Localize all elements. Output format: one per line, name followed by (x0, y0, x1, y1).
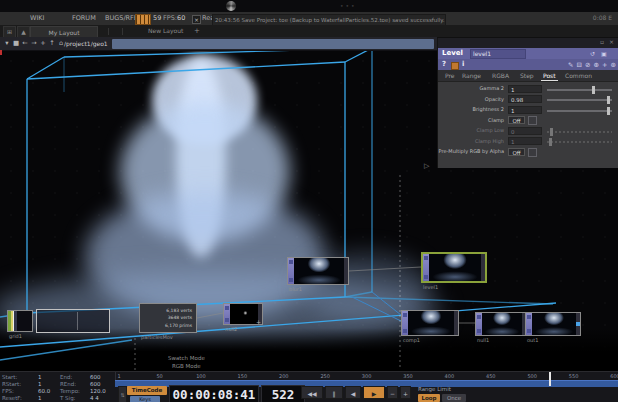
node-level1[interactable] (421, 252, 487, 283)
node-particlesMov[interactable]: 6,183 verts3648 verts6,170 prims (139, 303, 197, 333)
param-toggle[interactable]: Off (508, 116, 525, 124)
once-button[interactable]: Once (442, 394, 466, 402)
menu-item-wiki[interactable]: WIKI (30, 14, 45, 22)
expression-icon[interactable]: ✎ (568, 61, 573, 69)
node-flag-icon[interactable] (424, 256, 428, 260)
palette-mode-label[interactable]: Swatch Mode (168, 355, 205, 361)
param-slider-handle[interactable] (607, 107, 610, 115)
param-checkbox[interactable] (528, 116, 537, 125)
fps-target[interactable]: 60 (177, 14, 185, 22)
pin-icon[interactable]: ▣ (601, 50, 607, 57)
operator-name-field[interactable]: level1 (470, 49, 526, 59)
param-slider[interactable] (547, 110, 612, 112)
loop-button[interactable]: Loop (418, 394, 440, 402)
node-flag-icon[interactable] (477, 315, 481, 319)
fps-meter[interactable] (135, 14, 151, 25)
node-blur1[interactable] (287, 257, 349, 285)
tab-post[interactable]: Post (541, 71, 558, 81)
step-forward-button[interactable]: + (400, 386, 411, 399)
language-icon[interactable]: ⊕ (594, 61, 599, 69)
node-add-icon[interactable]: + (256, 318, 261, 325)
app-logo-icon[interactable] (226, 1, 236, 11)
node-grid1[interactable] (7, 310, 33, 332)
keys-button[interactable]: Keys (130, 396, 160, 402)
node-unnamed[interactable] (36, 309, 110, 333)
timeline-ruler[interactable]: 150100150200250300350400450500550600 (115, 372, 618, 380)
path-field[interactable] (112, 39, 434, 49)
node-flag-icon[interactable] (225, 318, 229, 322)
node-null1[interactable] (475, 312, 527, 336)
node-flag-icon[interactable] (289, 278, 293, 282)
timeline-field-value[interactable]: 120.0 (90, 388, 106, 394)
tab-rgba[interactable]: RGBA (490, 71, 511, 80)
param-toggle[interactable]: Off (508, 148, 525, 156)
param-value-field[interactable]: 0 (508, 127, 542, 135)
timecode-mode-icon[interactable]: ⇅ (118, 386, 127, 402)
param-slider[interactable] (547, 99, 612, 101)
tab-pre[interactable]: Pre (443, 71, 457, 80)
param-label: Clamp Low (438, 127, 504, 133)
add-layout-icon[interactable]: + (194, 27, 200, 35)
clear-icon[interactable]: ⊘ (585, 61, 590, 69)
node-flag-icon[interactable] (403, 329, 407, 333)
node-output-icon[interactable] (576, 322, 580, 326)
timeline-field-value[interactable]: 1 (38, 374, 42, 380)
settings-icon[interactable]: ⊛ (611, 61, 616, 69)
menu-item-forum[interactable]: FORUM (72, 14, 96, 22)
play-reverse-button[interactable]: ◀ (345, 386, 361, 399)
param-slider[interactable] (547, 131, 612, 133)
node-flag-icon[interactable] (527, 315, 531, 319)
param-slider[interactable] (547, 141, 612, 143)
ruler-tick: 1 (111, 373, 127, 379)
param-checkbox[interactable] (528, 148, 537, 157)
add-parameter-icon[interactable]: + (602, 61, 607, 69)
tab-range[interactable]: Range (460, 71, 483, 80)
info-icon[interactable]: i (462, 60, 464, 68)
param-slider-handle[interactable] (607, 96, 610, 104)
playhead[interactable] (549, 372, 551, 386)
current-frame-display[interactable]: 522 (261, 385, 305, 402)
realtime-checkbox[interactable]: × (192, 15, 201, 24)
node-flag-icon[interactable] (527, 329, 531, 333)
timeline-field-value[interactable]: 600 (90, 374, 101, 380)
timeline-field-value[interactable]: 60.0 (38, 388, 50, 394)
timeline-field-value[interactable]: 1 (38, 381, 42, 387)
timeline-field-value[interactable]: 4 4 (90, 395, 99, 401)
step-back-button[interactable]: − (387, 386, 398, 399)
panel-collapse-arrow[interactable]: ▷ (424, 162, 429, 170)
jump-to-start-button[interactable]: ◀◀ (301, 386, 323, 399)
node-color-swatch-icon[interactable] (451, 62, 459, 70)
param-slider-handle[interactable] (549, 138, 552, 146)
timeline-field-value[interactable]: 1 (38, 395, 42, 401)
node-flag-icon[interactable] (477, 329, 481, 333)
tab-step[interactable]: Step (518, 71, 536, 80)
param-value-field[interactable]: 1 (508, 106, 542, 114)
node-comp1[interactable] (401, 310, 459, 336)
tab-common[interactable]: Common (563, 71, 594, 80)
node-flag-icon[interactable] (225, 306, 229, 310)
param-slider[interactable] (547, 89, 612, 91)
node-flag-icon[interactable] (403, 313, 407, 317)
param-slider-handle[interactable] (550, 128, 553, 136)
reset-icon[interactable]: ↺ (590, 50, 595, 57)
timecode-button[interactable]: TimeCode (127, 386, 167, 395)
help-icon[interactable]: ? (442, 60, 446, 68)
param-value-field[interactable]: 0.98 (508, 95, 542, 103)
timeline-field-value[interactable]: 600 (90, 381, 101, 387)
node-flag-icon[interactable] (424, 275, 428, 279)
palette-mode-label[interactable]: RGB Mode (172, 363, 201, 369)
close-icon[interactable]: × (609, 38, 614, 45)
param-value-field[interactable]: 1 (508, 137, 542, 145)
node-flag-icon[interactable] (289, 260, 293, 264)
float-icon[interactable]: ▫ (600, 38, 604, 45)
param-value-field[interactable]: 1 (508, 85, 542, 93)
new-layout-button[interactable]: New Layout (148, 27, 183, 34)
node-out1[interactable] (525, 312, 581, 336)
param-slider-handle[interactable] (592, 86, 595, 94)
panel-title-bar[interactable]: Level level1 ↺▣ (438, 48, 618, 59)
node-thumbnail (8, 311, 32, 331)
comment-icon[interactable]: ⊟ (577, 61, 582, 69)
pause-button[interactable]: ‖ (325, 386, 343, 399)
play-forward-button[interactable]: ▶ (363, 386, 385, 399)
network-path[interactable]: /project1/geo1 (64, 40, 108, 47)
